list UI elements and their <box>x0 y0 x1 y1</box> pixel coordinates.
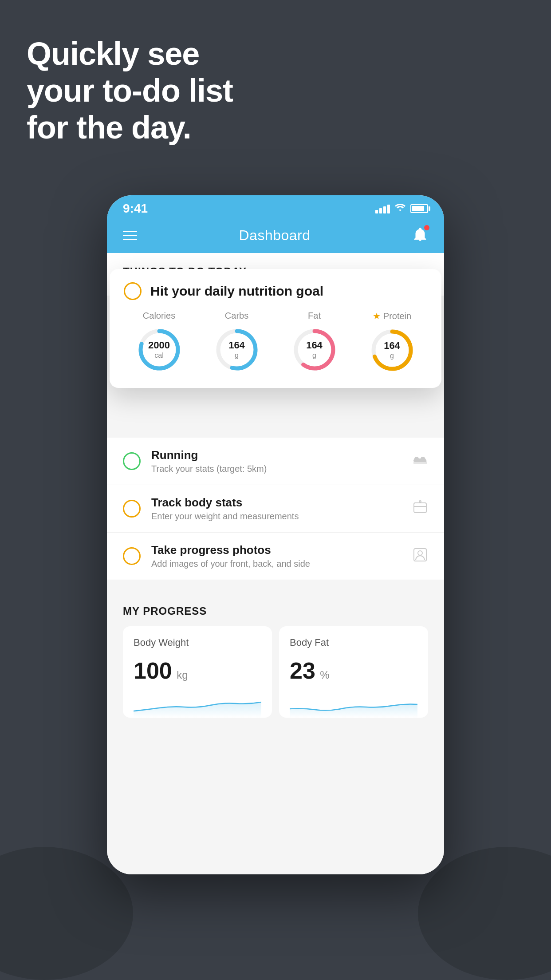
headline: Quickly see your to-do list for the day. <box>27 36 233 146</box>
body-weight-title: Body Weight <box>134 637 261 648</box>
wifi-icon <box>394 203 406 214</box>
nutrition-checkbox[interactable] <box>124 282 142 300</box>
body-weight-unit: kg <box>177 669 188 681</box>
svg-point-13 <box>418 551 422 555</box>
protein-star-icon: ★ <box>373 311 381 321</box>
carbs-value: 164 <box>228 340 245 351</box>
app-header: Dashboard <box>107 219 444 253</box>
body-stats-text: Track body stats Enter your weight and m… <box>151 496 401 522</box>
app-title: Dashboard <box>239 227 310 244</box>
signal-icon <box>375 204 390 213</box>
nutrition-card: Hit your daily nutrition goal Calories <box>110 269 441 388</box>
svg-rect-8 <box>414 503 426 513</box>
running-checkbox[interactable] <box>123 452 141 470</box>
calories-chart: 2000 cal <box>135 325 184 374</box>
phone: 9:41 Da <box>107 195 444 874</box>
phone-content: THINGS TO DO TODAY Hit your daily nutrit… <box>107 253 444 874</box>
body-fat-card[interactable]: Body Fat 23 % <box>279 626 428 718</box>
photos-text: Take progress photos Add images of your … <box>151 543 401 569</box>
body-fat-unit: % <box>320 669 329 681</box>
nutrition-carbs: Carbs 164 g <box>213 311 261 374</box>
todo-list: Running Track your stats (target: 5km) T… <box>107 438 444 580</box>
things-wrapper: Hit your daily nutrition goal Calories <box>123 278 428 296</box>
battery-icon <box>410 204 428 213</box>
running-subtitle: Track your stats (target: 5km) <box>151 464 401 474</box>
running-title: Running <box>151 448 401 462</box>
fat-chart: 164 g <box>290 325 339 374</box>
body-stats-title: Track body stats <box>151 496 401 510</box>
notification-bell-button[interactable] <box>412 226 428 244</box>
todo-item-body-stats[interactable]: Track body stats Enter your weight and m… <box>107 485 444 533</box>
calories-value: 2000 <box>148 340 170 351</box>
headline-line2: your to-do list <box>27 72 233 109</box>
body-weight-card[interactable]: Body Weight 100 kg <box>123 626 272 718</box>
progress-section: MY PROGRESS Body Weight 100 kg <box>107 589 444 718</box>
running-text: Running Track your stats (target: 5km) <box>151 448 401 474</box>
calories-unit: cal <box>148 352 170 360</box>
headline-line3: for the day. <box>27 109 233 146</box>
fat-value: 164 <box>306 340 323 351</box>
body-weight-chart <box>134 691 261 718</box>
nutrition-fat: Fat 164 g <box>290 311 339 374</box>
things-section: THINGS TO DO TODAY Hit your daily nutrit… <box>107 253 444 296</box>
card-header: Hit your daily nutrition goal <box>124 282 427 300</box>
status-icons <box>375 203 428 214</box>
carbs-label: Carbs <box>225 311 248 321</box>
body-weight-value-row: 100 kg <box>134 657 261 684</box>
photos-title: Take progress photos <box>151 543 401 557</box>
todo-item-running[interactable]: Running Track your stats (target: 5km) <box>107 438 444 485</box>
protein-label: ★ Protein <box>373 311 411 321</box>
photos-subtitle: Add images of your front, back, and side <box>151 559 401 569</box>
protein-chart: 164 g <box>368 326 417 375</box>
body-fat-value: 23 <box>290 658 315 684</box>
shoe-icon <box>412 453 428 470</box>
todo-item-progress-photos[interactable]: Take progress photos Add images of your … <box>107 533 444 580</box>
nutrition-grid: Calories 2000 cal <box>124 311 427 375</box>
protein-value: 164 <box>384 340 400 352</box>
carbs-unit: g <box>228 352 245 360</box>
calories-label: Calories <box>143 311 175 321</box>
nutrition-protein: ★ Protein 164 g <box>368 311 417 375</box>
status-bar: 9:41 <box>107 195 444 219</box>
nutrition-card-title: Hit your daily nutrition goal <box>150 284 323 299</box>
body-stats-checkbox[interactable] <box>123 500 141 518</box>
headline-line1: Quickly see <box>27 36 233 72</box>
hamburger-menu-button[interactable] <box>123 231 137 240</box>
progress-cards: Body Weight 100 kg <box>123 626 428 718</box>
progress-section-title: MY PROGRESS <box>123 605 428 617</box>
scale-icon <box>412 499 428 518</box>
carbs-chart: 164 g <box>213 325 261 374</box>
notification-dot <box>424 225 429 230</box>
protein-unit: g <box>384 352 400 360</box>
photos-checkbox[interactable] <box>123 547 141 565</box>
body-fat-chart <box>290 691 417 718</box>
body-fat-title: Body Fat <box>290 637 417 648</box>
fat-unit: g <box>306 352 323 360</box>
body-weight-value: 100 <box>134 658 172 684</box>
body-stats-subtitle: Enter your weight and measurements <box>151 511 401 522</box>
fat-label: Fat <box>308 311 321 321</box>
status-time: 9:41 <box>123 202 148 216</box>
nutrition-calories: Calories 2000 cal <box>135 311 184 374</box>
person-icon <box>412 547 428 566</box>
body-fat-value-row: 23 % <box>290 657 417 684</box>
